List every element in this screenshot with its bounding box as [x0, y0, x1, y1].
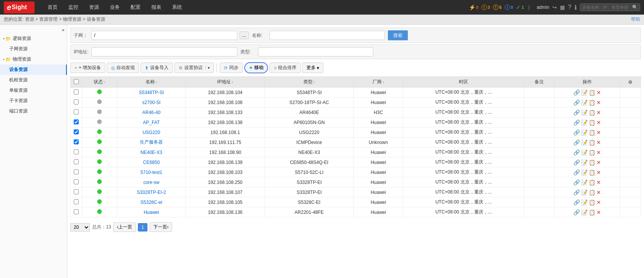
action-edit-icon-3[interactable]: 📝 [581, 119, 588, 126]
action-delete-icon-10[interactable]: ✕ [596, 189, 601, 195]
action-detail-icon-10[interactable]: 📋 [589, 189, 595, 195]
sidebar-item-subnet-resource[interactable]: 子网资源 [0, 44, 67, 54]
action-detail-icon-0[interactable]: 📋 [589, 89, 595, 96]
action-delete-icon-3[interactable]: ✕ [596, 119, 601, 126]
th-settings[interactable]: ⚙ [620, 77, 641, 88]
action-delete-icon-2[interactable]: ✕ [596, 109, 601, 116]
device-link-6[interactable]: NE40E-X3 [141, 150, 162, 155]
cell-checkbox-11[interactable] [71, 197, 82, 207]
help-button[interactable]: 帮助 [631, 16, 640, 23]
cell-checkbox-7[interactable] [71, 157, 82, 167]
action-delete-icon-9[interactable]: ✕ [596, 179, 601, 185]
action-delete-icon-0[interactable]: ✕ [596, 89, 601, 96]
row-checkbox-10[interactable] [74, 189, 79, 194]
sidebar-item-device-resource[interactable]: 设备资源 [0, 65, 67, 75]
prev-page-button[interactable]: ‹上一页 [113, 222, 136, 232]
device-link-11[interactable]: S5328C-ei [141, 200, 162, 205]
device-link-5[interactable]: 生产服务器 [140, 139, 163, 145]
action-edit-icon-6[interactable]: 📝 [581, 149, 588, 156]
move-button[interactable]: ✦ 移动 [244, 62, 268, 73]
sidebar-item-chassis-resource[interactable]: 机框资源 [0, 75, 67, 85]
action-delete-icon-1[interactable]: ✕ [596, 99, 601, 106]
row-checkbox-9[interactable] [74, 179, 79, 184]
device-link-7[interactable]: CE6850 [143, 160, 160, 165]
device-link-0[interactable]: S5348TP-SI [139, 90, 164, 95]
action-detail-icon-7[interactable]: 📋 [589, 159, 595, 165]
nav-business[interactable]: 业务 [104, 0, 125, 15]
sidebar-item-port-resource[interactable]: 端口资源 [0, 106, 67, 116]
action-delete-icon-5[interactable]: ✕ [596, 139, 601, 146]
th-status[interactable]: 状态↑ [82, 77, 117, 88]
sidebar-group-physical[interactable]: ▪ 📁 物理资源 [0, 54, 67, 65]
action-topo-icon-11[interactable]: 🔗 [573, 199, 580, 205]
filter-subnet-browse-button[interactable]: ... [240, 31, 249, 39]
action-detail-icon-12[interactable]: 📋 [589, 209, 595, 215]
row-checkbox-6[interactable] [74, 149, 79, 154]
device-link-2[interactable]: AR46-40 [142, 110, 161, 115]
action-detail-icon-8[interactable]: 📋 [589, 169, 595, 175]
action-edit-icon-7[interactable]: 📝 [581, 159, 588, 165]
row-checkbox-1[interactable] [74, 99, 79, 104]
cell-checkbox-10[interactable] [71, 187, 82, 197]
row-checkbox-12[interactable] [74, 209, 79, 214]
alert-major[interactable]: ! 3 [482, 5, 490, 10]
filter-subnet-input[interactable] [91, 31, 237, 40]
protocol-setup-button[interactable]: ⚙ 设置协议 ▾ [174, 63, 214, 73]
action-topo-icon-0[interactable]: 🔗 [573, 89, 580, 96]
row-checkbox-3[interactable] [74, 119, 79, 124]
alert-ok[interactable]: ✓ 1 [516, 4, 524, 10]
th-vendor[interactable]: 厂商↑ [354, 77, 403, 88]
nav-report[interactable]: 报表 [146, 0, 167, 15]
alert-minor[interactable]: ! 5 [493, 5, 502, 10]
action-delete-icon-6[interactable]: ✕ [596, 149, 601, 156]
add-device-button[interactable]: + + 增加设备 [70, 63, 105, 73]
cell-checkbox-0[interactable] [71, 88, 82, 98]
cell-checkbox-4[interactable] [71, 127, 82, 137]
action-detail-icon-4[interactable]: 📋 [589, 129, 595, 136]
header-search-input[interactable] [582, 5, 632, 10]
action-topo-icon-4[interactable]: 🔗 [573, 129, 580, 136]
filter-ip-input[interactable] [91, 47, 237, 56]
action-edit-icon-10[interactable]: 📝 [581, 189, 588, 195]
filter-name-input[interactable] [270, 31, 385, 40]
page-size-select[interactable]: 10 20 50 100 [70, 223, 90, 232]
action-edit-icon-5[interactable]: 📝 [581, 139, 588, 146]
action-edit-icon-11[interactable]: 📝 [581, 199, 588, 205]
auto-discover-button[interactable]: ◎ 自动发现 [107, 63, 139, 73]
cell-checkbox-2[interactable] [71, 108, 82, 117]
cell-checkbox-9[interactable] [71, 177, 82, 187]
action-topo-icon-3[interactable]: 🔗 [573, 119, 580, 126]
nav-resource[interactable]: 资源 [84, 0, 104, 15]
next-page-button[interactable]: 下一页› [150, 222, 172, 232]
sort-button[interactable]: ≡ 组合排序 [270, 63, 301, 73]
menu-icon[interactable]: ▦ [560, 4, 565, 10]
action-edit-icon-0[interactable]: 📝 [581, 89, 588, 96]
th-type[interactable]: 类型↑ [265, 77, 353, 88]
action-edit-icon-4[interactable]: 📝 [581, 129, 588, 136]
th-name[interactable]: 名称↑ [117, 77, 186, 88]
action-topo-icon-7[interactable]: 🔗 [573, 159, 580, 165]
cell-checkbox-5[interactable] [71, 137, 82, 147]
device-import-button[interactable]: ⬆ 设备导入 [141, 63, 173, 73]
th-ip[interactable]: IP地址↑ [186, 77, 265, 88]
action-edit-icon-1[interactable]: 📝 [581, 99, 588, 106]
row-checkbox-2[interactable] [74, 109, 79, 114]
action-edit-icon-8[interactable]: 📝 [581, 169, 588, 175]
action-detail-icon-11[interactable]: 📋 [589, 199, 595, 205]
action-delete-icon-8[interactable]: ✕ [596, 169, 601, 175]
device-link-1[interactable]: s2700-SI [142, 100, 161, 105]
action-delete-icon-12[interactable]: ✕ [596, 209, 601, 215]
sidebar-item-subcard-resource[interactable]: 子卡资源 [0, 96, 67, 106]
sidebar-collapse[interactable]: « [0, 26, 67, 33]
sidebar-item-board-resource[interactable]: 单板资源 [0, 85, 67, 96]
nav-home[interactable]: 首页 [42, 0, 63, 15]
action-topo-icon-8[interactable]: 🔗 [573, 169, 580, 175]
action-detail-icon-3[interactable]: 📋 [589, 119, 595, 126]
action-delete-icon-4[interactable]: ✕ [596, 129, 601, 136]
action-edit-icon-2[interactable]: 📝 [581, 109, 588, 116]
row-checkbox-5[interactable] [74, 139, 79, 144]
alert-info[interactable]: i 0 [505, 5, 513, 10]
action-detail-icon-5[interactable]: 📋 [589, 139, 595, 146]
current-page-button[interactable]: 1 [138, 223, 147, 232]
action-topo-icon-6[interactable]: 🔗 [573, 149, 580, 156]
